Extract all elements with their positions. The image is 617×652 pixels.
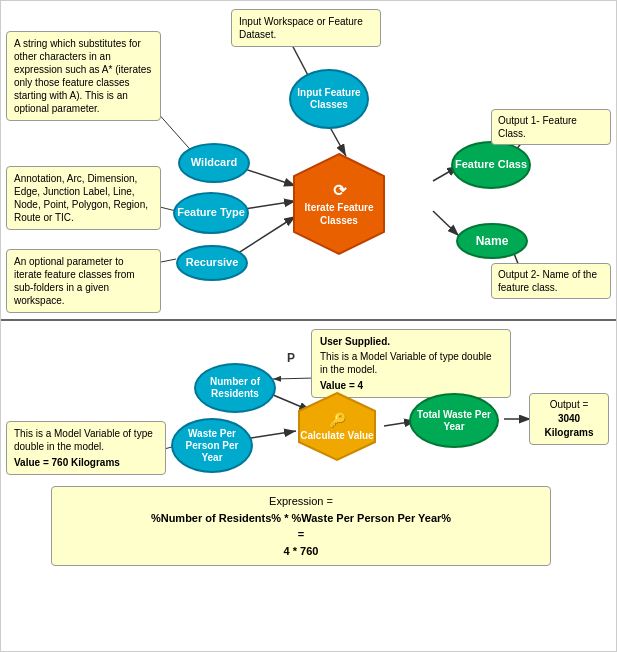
diagram-container: Input Workspace or Feature Dataset. Inpu… (0, 0, 617, 652)
total-waste-node: Total Waste Per Year (409, 393, 499, 448)
iterate-feature-classes-node: ⟳ Iterate Feature Classes (289, 149, 389, 259)
bottom-diagram: P User Supplied. This is a Model Variabl… (1, 321, 616, 651)
output-box: Output = 3040 Kilograms (529, 393, 609, 445)
feature-class-node: Feature Class (451, 141, 531, 189)
tooltip-user-supplied: User Supplied. This is a Model Variable … (311, 329, 511, 398)
recursive-node: Recursive (176, 245, 248, 281)
tooltip-output2: Output 2- Name of the feature class. (491, 263, 611, 299)
tooltip-output1: Output 1- Feature Class. (491, 109, 611, 145)
tooltip-value-760: This is a Model Variable of type double … (6, 421, 166, 475)
feature-type-node: Feature Type (173, 192, 249, 234)
input-feature-classes-node: Input Feature Classes (289, 69, 369, 129)
calculate-value-node: 🔑 Calculate Value (293, 389, 381, 464)
top-diagram: Input Workspace or Feature Dataset. Inpu… (1, 1, 616, 321)
tooltip-wildcard: A string which substitutes for other cha… (6, 31, 161, 121)
svg-line-6 (433, 211, 459, 236)
tooltip-recursive: An optional parameter to iterate feature… (6, 249, 161, 313)
number-of-residents-node: Number of Residents (194, 363, 276, 413)
p-label: P (287, 351, 295, 365)
tooltip-input-workspace: Input Workspace or Feature Dataset. (231, 9, 381, 47)
name-node: Name (456, 223, 528, 259)
waste-per-person-node: Waste Per Person Per Year (171, 418, 253, 473)
wildcard-node: Wildcard (178, 143, 250, 183)
tooltip-feature-type: Annotation, Arc, Dimension, Edge, Juncti… (6, 166, 161, 230)
expression-box: Expression = %Number of Residents% * %Wa… (51, 486, 551, 566)
